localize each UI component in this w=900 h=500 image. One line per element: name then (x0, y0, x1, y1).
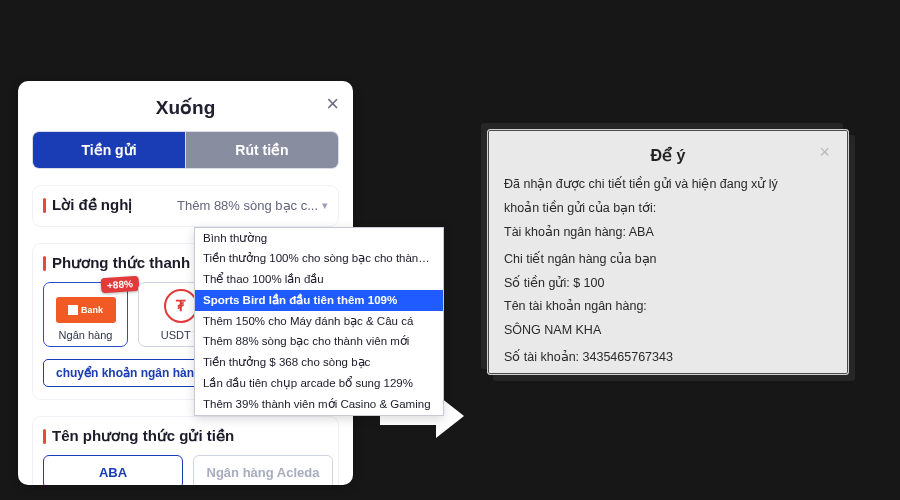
dropdown-option[interactable]: Tiền thưởng 100% cho sòng bạc cho thành … (195, 249, 443, 270)
dropdown-option[interactable]: Thêm 39% thành viên mới Casino & Gaming (195, 394, 443, 415)
notice-line: Số tài khoản: 3435465767343 (504, 349, 832, 366)
modal-header: Xuống × (32, 89, 339, 125)
dropdown-option[interactable]: Bình thường (195, 228, 443, 249)
bank-icon: Bank (56, 297, 116, 323)
send-method-section: Tên phương thức gửi tiền ABA Ngân hàng A… (32, 416, 339, 485)
notice-line: Chi tiết ngân hàng của bạn (504, 251, 832, 268)
notice-body: Đã nhận được chi tiết tiền gửi và hiện đ… (504, 176, 832, 366)
offer-section: Lời đề nghị Thêm 88% sòng bạc c... ▾ (32, 185, 339, 227)
dropdown-option[interactable]: Tiền thưởng $ 368 cho sòng bạc (195, 353, 443, 374)
notice-line: Số tiền gửi: $ 100 (504, 275, 832, 292)
bank-option-acleda[interactable]: Ngân hàng Acleda (193, 455, 333, 485)
notice-line: Tài khoản ngân hàng: ABA (504, 224, 832, 241)
tab-switch: Tiền gửi Rút tiền (32, 131, 339, 169)
pay-card-bank-label: Ngân hàng (59, 329, 113, 341)
tab-withdraw[interactable]: Rút tiền (186, 132, 338, 168)
notice-line: SÔNG NAM KHA (504, 322, 832, 339)
modal-title: Xuống (156, 96, 216, 119)
dropdown-option[interactable]: Thêm 150% cho Máy đánh bạc & Câu cá (195, 311, 443, 332)
offer-dropdown[interactable]: Bình thường Tiền thưởng 100% cho sòng bạ… (194, 227, 444, 416)
dropdown-option[interactable]: Thể thao 100% lần đầu (195, 270, 443, 291)
close-icon[interactable]: × (819, 142, 830, 163)
chevron-down-icon: ▾ (322, 199, 328, 212)
tab-deposit[interactable]: Tiền gửi (33, 132, 186, 168)
send-method-heading: Tên phương thức gửi tiền (43, 427, 328, 445)
dropdown-option-selected[interactable]: Sports Bird lần đầu tiên thêm 109% (195, 290, 443, 311)
bonus-badge: +88% (101, 276, 140, 294)
pay-card-bank[interactable]: Bank +88% Ngân hàng (43, 282, 128, 347)
notice-title: Để ý (651, 146, 686, 165)
dropdown-option[interactable]: Lần đầu tiên chụp arcade bổ sung 129% (195, 374, 443, 395)
notice-dialog: Để ý × Đã nhận được chi tiết tiền gửi và… (487, 129, 849, 375)
close-icon[interactable]: × (326, 93, 339, 115)
crypto-icon: ₮ (164, 289, 198, 323)
notice-line: Tên tài khoản ngân hàng: (504, 298, 832, 315)
notice-line: Đã nhận được chi tiết tiền gửi và hiện đ… (504, 176, 832, 193)
offer-heading: Lời đề nghị (43, 196, 132, 214)
dropdown-option[interactable]: Thêm 88% sòng bạc cho thành viên mới (195, 332, 443, 353)
offer-selected-label: Thêm 88% sòng bạc c... (177, 198, 318, 213)
offer-select[interactable]: Thêm 88% sòng bạc c... ▾ (177, 198, 328, 213)
notice-line: khoản tiền gửi của bạn tới: (504, 200, 832, 217)
transfer-pill[interactable]: chuyển khoản ngân hàng (43, 359, 214, 387)
bank-option-aba[interactable]: ABA (43, 455, 183, 485)
